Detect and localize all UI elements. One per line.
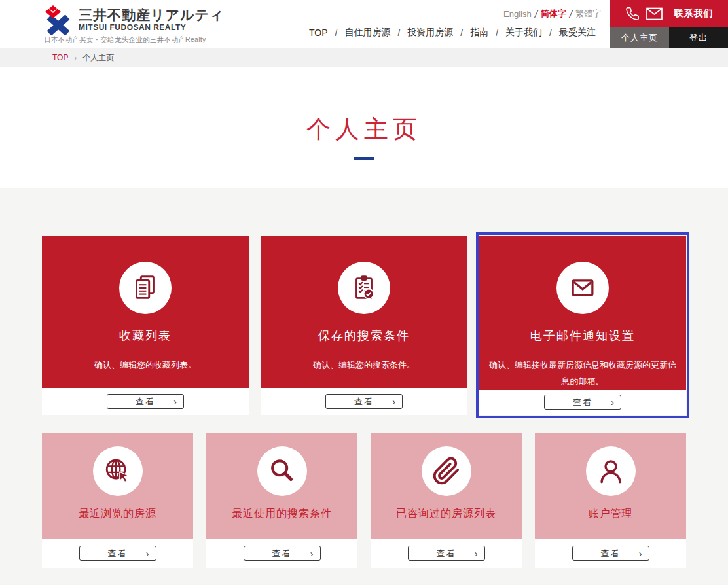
- main-nav: TOP / 自住用房源 / 投资用房源 / 指南 / 关于我们 / 最受关注: [309, 27, 596, 39]
- nav-separator: /: [460, 27, 463, 38]
- contact-us-label: 联系我们: [674, 8, 714, 20]
- brand-tagline: 日本不动产买卖・交给龙头企业的三井不动产Realty: [44, 35, 206, 44]
- card-description: 确认、编辑您的收藏列表。: [42, 357, 249, 373]
- view-recently-viewed-button[interactable]: 查看 ›: [79, 546, 156, 561]
- card-title: 最近使用的搜索条件: [206, 507, 357, 521]
- lang-simplified-link[interactable]: 简体字: [541, 8, 566, 20]
- brand-name-en: MITSUI FUDOSAN REALTY: [79, 23, 224, 32]
- view-button-label: 查看: [573, 397, 592, 408]
- view-inquired-list-button[interactable]: 查看 ›: [408, 546, 485, 561]
- chevron-right-icon: ›: [611, 397, 614, 408]
- view-recent-searches-button[interactable]: 查看 ›: [244, 546, 321, 561]
- mypage-button[interactable]: 个人主页: [610, 27, 669, 48]
- card-description: 确认、编辑您的搜索条件。: [261, 357, 467, 373]
- view-button-label: 查看: [108, 548, 128, 559]
- logout-button[interactable]: 登出: [669, 27, 728, 48]
- main-content: 收藏列表 确认、编辑您的收藏列表。 查看 ›: [0, 188, 728, 585]
- lang-traditional-link[interactable]: 繁體字: [575, 8, 601, 20]
- chevron-right-icon: ›: [310, 548, 314, 559]
- brand-name-jp: 三井不動産リアルティ: [79, 7, 224, 22]
- view-button-label: 查看: [354, 396, 374, 408]
- card-account-management[interactable]: 账户管理 查看 ›: [535, 433, 686, 568]
- nav-item-about[interactable]: 关于我们: [505, 27, 542, 39]
- card-recently-viewed[interactable]: 最近浏览的房源 查看 ›: [42, 433, 193, 568]
- paperclip-icon: [422, 446, 471, 496]
- lang-english-link[interactable]: English: [503, 9, 532, 19]
- site-header: 三井不動産リアルティ MITSUI FUDOSAN REALTY 日本不动产买卖…: [0, 0, 728, 48]
- card-title: 最近浏览的房源: [42, 507, 193, 521]
- view-saved-searches-button[interactable]: 查看 ›: [325, 394, 403, 409]
- phone-icon: [625, 7, 640, 21]
- card-recent-search-conditions[interactable]: 最近使用的搜索条件 查看 ›: [206, 433, 357, 568]
- view-account-button[interactable]: 查看 ›: [572, 546, 649, 561]
- nav-item-top[interactable]: TOP: [309, 27, 328, 38]
- secondary-card-row: 最近浏览的房源 查看 › 最近使用的搜索条件: [42, 433, 686, 568]
- view-button-label: 查看: [601, 548, 621, 559]
- nav-separator: /: [335, 27, 338, 38]
- nav-item-guide[interactable]: 指南: [470, 27, 488, 39]
- card-title: 保存的搜索条件: [261, 328, 467, 344]
- chevron-right-icon: ›: [173, 397, 177, 407]
- chevron-right-icon: ›: [392, 397, 395, 407]
- mail-icon: [556, 262, 609, 314]
- card-title: 账户管理: [535, 507, 686, 521]
- lang-separator: /: [535, 9, 537, 20]
- brand-logo[interactable]: 三井不動産リアルティ MITSUI FUDOSAN REALTY: [43, 5, 224, 35]
- primary-card-row: 收藏列表 确认、编辑您的收藏列表。 查看 ›: [42, 236, 686, 415]
- title-underline: [354, 157, 374, 160]
- card-description: 确认、编辑接收最新房源信息和收藏房源的更新信息的邮箱。: [479, 357, 686, 390]
- language-switcher: English / 简体字 / 繁體字: [503, 8, 601, 20]
- breadcrumb-home-link[interactable]: TOP: [52, 53, 68, 62]
- chevron-right-icon: ›: [475, 548, 478, 559]
- mail-icon: [646, 7, 663, 20]
- card-title: 收藏列表: [42, 328, 249, 344]
- breadcrumb-separator-icon: ›: [74, 54, 77, 62]
- chevron-right-icon: ›: [639, 548, 642, 559]
- view-button-label: 查看: [437, 548, 456, 559]
- view-button-label: 查看: [136, 396, 155, 408]
- view-email-settings-button[interactable]: 查看 ›: [544, 395, 621, 410]
- breadcrumb-current: 个人主页: [82, 52, 114, 63]
- page-title-section: 个人主页: [0, 67, 728, 188]
- page-title: 个人主页: [0, 67, 728, 146]
- documents-icon: [119, 262, 172, 314]
- nav-separator: /: [397, 27, 400, 38]
- user-icon: [586, 446, 636, 496]
- chevron-right-icon: ›: [146, 548, 149, 559]
- card-email-notifications[interactable]: 电子邮件通知设置 确认、编辑接收最新房源信息和收藏房源的更新信息的邮箱。 查看 …: [479, 236, 686, 415]
- checklist-icon: [338, 262, 390, 314]
- header-account-buttons: 个人主页 登出: [610, 27, 728, 48]
- lang-separator: /: [570, 9, 572, 20]
- nav-separator: /: [549, 27, 552, 38]
- nav-item-investment[interactable]: 投资用房源: [407, 27, 453, 39]
- nav-item-featured[interactable]: 最受关注: [559, 27, 596, 39]
- nav-item-residential[interactable]: 自住用房源: [344, 27, 390, 39]
- card-title: 已咨询过的房源列表: [371, 507, 522, 521]
- view-button-label: 查看: [272, 548, 292, 559]
- view-favorites-button[interactable]: 查看 ›: [107, 394, 184, 409]
- search-icon: [257, 446, 307, 496]
- mitsui-ampersand-logo-icon: [43, 5, 73, 35]
- card-saved-searches[interactable]: 保存的搜索条件 确认、编辑您的搜索条件。 查看 ›: [261, 236, 467, 415]
- breadcrumb: TOP › 个人主页: [0, 48, 728, 67]
- card-inquired-properties[interactable]: 已咨询过的房源列表 查看 ›: [371, 433, 522, 568]
- card-title: 电子邮件通知设置: [479, 328, 686, 344]
- nav-separator: /: [496, 27, 498, 38]
- card-favorites[interactable]: 收藏列表 确认、编辑您的收藏列表。 查看 ›: [42, 236, 249, 415]
- contact-us-button[interactable]: 联系我们: [610, 0, 728, 27]
- globe-cursor-icon: [93, 446, 143, 496]
